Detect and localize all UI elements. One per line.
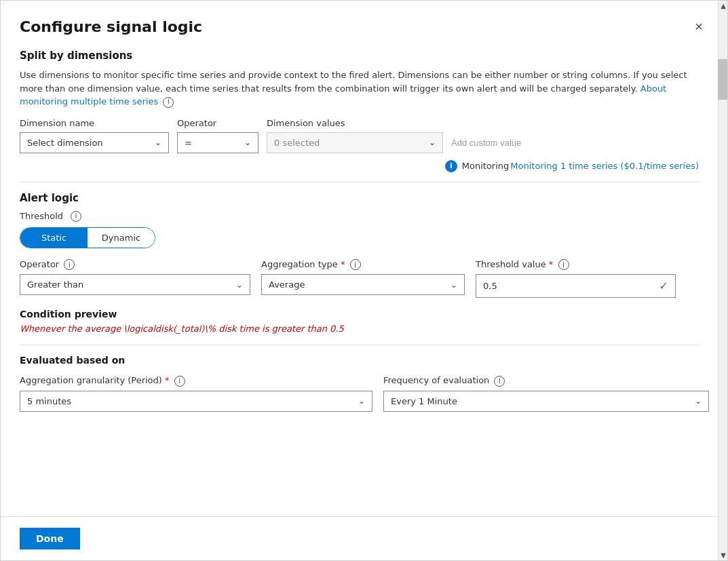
dimension-name-chevron: ⌄ [155,138,161,147]
frequency-label: Frequency of evaluation i [383,375,709,387]
frequency-field-group: Frequency of evaluation i Every 1 Minute… [383,375,709,412]
frequency-value: Every 1 Minute [391,396,457,406]
operator-field-value: Greater than [27,279,83,290]
split-by-dimensions-info: Use dimensions to monitor specific time … [20,69,699,109]
aggregation-select[interactable]: Average ⌄ [261,274,465,295]
threshold-info-icon[interactable]: i [71,211,81,222]
aggregation-chevron: ⌄ [451,280,457,290]
condition-preview-text: Whenever the average \logicaldisk(_total… [20,324,699,334]
dimension-values-label: Dimension values [267,118,443,128]
dynamic-toggle-button[interactable]: Dynamic [88,228,155,248]
aggregation-info-icon[interactable]: i [350,259,361,270]
section-divider-1 [20,182,699,182]
alert-fields-row: Operator i Greater than ⌄ Aggregation ty… [20,259,699,298]
dimension-name-label: Dimension name [20,118,169,128]
agg-gran-chevron: ⌄ [358,396,365,406]
scrollbar-thumb[interactable] [718,59,727,100]
dimension-values-value: 0 selected [274,138,320,148]
aggregation-granularity-value: 5 minutes [27,396,71,406]
dimension-values-select[interactable]: 0 selected ⌄ [267,132,443,153]
threshold-check-icon: ✓ [659,279,668,292]
operator-field-label: Operator i [20,259,250,271]
section-divider-2 [20,345,699,345]
evaluated-based-on-section: Evaluated based on Aggregation granulari… [20,355,699,412]
aggregation-granularity-field-group: Aggregation granularity (Period) * i 5 m… [20,375,372,412]
operator-field-select[interactable]: Greater than ⌄ [20,274,250,295]
threshold-value-field-group: Threshold value * i 0.5 ✓ [476,259,676,298]
operator-col: Operator = ⌄ [177,118,258,153]
operator-chevron: ⌄ [244,138,251,147]
evaluated-based-on-title: Evaluated based on [20,355,699,366]
dimensions-row: Dimension name Select dimension ⌄ Operat… [20,118,699,153]
dialog-header: Configure signal logic × [1,1,727,47]
add-custom-value-button[interactable]: Add custom value [451,132,521,153]
condition-preview-title: Condition preview [20,309,699,320]
frequency-select[interactable]: Every 1 Minute ⌄ [383,391,709,412]
scroll-up-arrow[interactable]: ▲ [719,1,728,11]
threshold-label: Threshold [20,211,63,221]
agg-gran-info-icon[interactable]: i [174,376,185,387]
condition-preview-section: Condition preview Whenever the average \… [20,309,699,334]
dimension-values-chevron: ⌄ [429,138,436,147]
operator-label: Operator [177,118,258,128]
split-by-dimensions-section: Split by dimensions Use dimensions to mo… [20,50,699,172]
aggregation-field-label: Aggregation type * i [261,259,465,271]
aggregation-value: Average [269,279,305,290]
threshold-value-display: 0.5 [483,281,497,291]
alert-logic-section: Alert logic Threshold i Static Dynamic O… [20,192,699,334]
aggregation-required-marker: * [341,259,345,269]
dialog-footer: Done [1,516,727,560]
operator-value: = [185,138,192,148]
scrollbar-track: ▲ ▼ [718,1,727,560]
threshold-value-label: Threshold value * i [476,259,676,271]
dimension-values-col: Dimension values 0 selected ⌄ [267,118,443,153]
monitoring-info-row: i MonitoringMonitoring 1 time series ($0… [20,160,699,172]
operator-field-group: Operator i Greater than ⌄ [20,259,250,296]
operator-select[interactable]: = ⌄ [177,132,258,153]
aggregation-granularity-label: Aggregation granularity (Period) * i [20,375,372,387]
configure-signal-logic-dialog: ▲ ▼ Configure signal logic × Split by di… [0,0,728,561]
aggregation-granularity-select[interactable]: 5 minutes ⌄ [20,391,372,412]
threshold-value-required-marker: * [549,259,554,269]
scroll-down-arrow[interactable]: ▼ [719,550,728,560]
threshold-toggle-group: Static Dynamic [20,227,155,248]
threshold-value-input[interactable]: 0.5 ✓ [476,274,676,298]
alert-logic-title: Alert logic [20,192,699,204]
dimension-name-select[interactable]: Select dimension ⌄ [20,132,169,153]
frequency-info-icon[interactable]: i [494,376,505,387]
monitoring-info-circle-icon: i [445,160,457,172]
static-toggle-button[interactable]: Static [20,228,88,248]
agg-gran-required-marker: * [165,375,170,385]
dialog-title: Configure signal logic [20,18,202,35]
aggregation-field-group: Aggregation type * i Average ⌄ [261,259,465,296]
monitoring-link[interactable]: Monitoring 1 time series ($0.1/time seri… [510,161,699,171]
operator-field-chevron: ⌄ [236,280,243,290]
dialog-body: Split by dimensions Use dimensions to mo… [1,47,718,516]
eval-row: Aggregation granularity (Period) * i 5 m… [20,375,699,412]
monitoring-info-text: MonitoringMonitoring 1 time series ($0.1… [462,161,699,171]
operator-field-info-icon[interactable]: i [64,259,75,270]
threshold-row: Threshold i [20,211,699,222]
close-button[interactable]: × [689,17,708,36]
dimension-name-col: Dimension name Select dimension ⌄ [20,118,169,153]
monitoring-inline-info-icon[interactable]: i [163,97,174,108]
split-by-dimensions-title: Split by dimensions [20,50,699,62]
dimension-name-value: Select dimension [27,138,103,148]
threshold-value-info-icon[interactable]: i [558,259,569,270]
done-button[interactable]: Done [20,528,80,549]
frequency-chevron: ⌄ [695,396,702,406]
